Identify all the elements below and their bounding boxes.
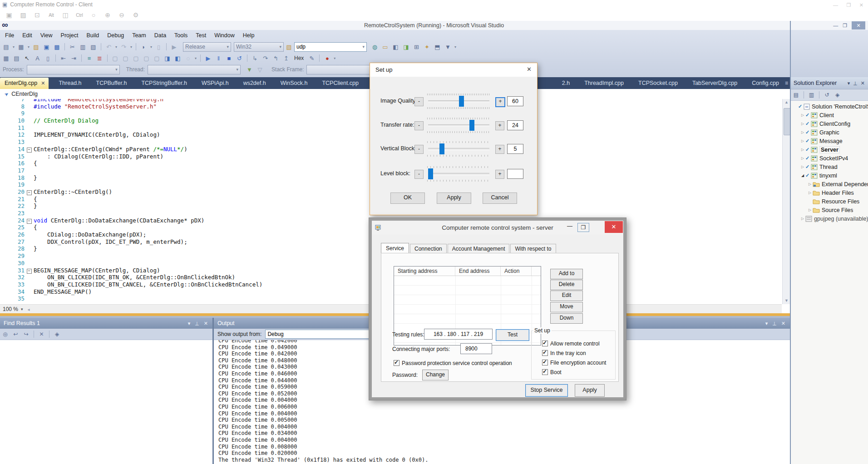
find-8-icon[interactable]: ▼	[444, 44, 452, 50]
box-3-icon[interactable]: ▢	[132, 55, 140, 62]
menu-edit[interactable]: Edit	[18, 30, 36, 40]
debug-continue-icon[interactable]: ▶	[204, 55, 212, 62]
save-icon[interactable]: ▣	[43, 44, 50, 50]
column-header-end-address[interactable]: End address	[455, 267, 501, 276]
menu-view[interactable]: View	[36, 30, 57, 40]
vs-close-button[interactable]: ✕	[852, 21, 865, 30]
breadcrumb[interactable]: CEnterDlg	[11, 91, 38, 97]
change-password-button[interactable]: Change	[422, 370, 449, 380]
zoom-dropdown-icon[interactable]: ▾	[21, 307, 23, 311]
expander-icon[interactable]: ◢	[800, 173, 805, 178]
step-out-icon[interactable]: ↰	[272, 55, 280, 62]
filter-solid-icon[interactable]: ▼	[246, 66, 253, 73]
minimize-button[interactable]: —	[565, 223, 575, 229]
undo-icon[interactable]: ↶	[105, 44, 113, 50]
find-2-icon[interactable]: ▭	[381, 44, 389, 50]
search-icon[interactable]: ○	[90, 11, 97, 19]
fold-collapse-icon[interactable]: −	[27, 269, 32, 274]
menu-project[interactable]: Project	[57, 30, 83, 40]
tree-item-solution-remotectrolsyst[interactable]: ✓∞Solution 'RemoteCtrolSyst	[791, 102, 868, 111]
tree-item-header-files[interactable]: ▷Header Files	[791, 188, 868, 197]
increase-button[interactable]: +	[495, 145, 504, 154]
move-button[interactable]: Move	[550, 302, 583, 312]
tab-TCPBuffer.h[interactable]: TCPBuffer.h	[93, 78, 131, 89]
thread-combo[interactable]: ▾	[148, 65, 241, 74]
menu-data[interactable]: Data	[150, 30, 170, 40]
alt-key-icon[interactable]: Alt	[48, 13, 55, 18]
server-dialog-titlebar[interactable]: Computer remote control system - server …	[372, 221, 623, 235]
list-props-icon[interactable]: ≣	[96, 55, 104, 62]
image-icon[interactable]: ▨	[20, 11, 27, 19]
expander-icon[interactable]: ▷	[800, 165, 805, 169]
tree-item-tinyxml[interactable]: ◢✓tinyxml	[791, 171, 868, 180]
expander-icon[interactable]: ▷	[800, 130, 805, 134]
tab-WSPiApi.h[interactable]: WSPiApi.h	[198, 78, 232, 89]
editor-vertical-scrollbar[interactable]: ▲ ▼	[782, 99, 790, 304]
slider-value[interactable]: 24	[507, 120, 523, 130]
close-icon[interactable]: ✕	[527, 66, 532, 73]
slider[interactable]	[428, 166, 489, 182]
expander-icon[interactable]: ▷	[807, 191, 813, 195]
decrease-button[interactable]: -	[414, 121, 424, 130]
platform-combo[interactable]: Win32▾	[234, 42, 284, 52]
redo-icon[interactable]: ↷	[120, 44, 128, 50]
delete-button[interactable]: Delete	[550, 280, 583, 290]
tab-EnterDlg.cpp[interactable]: EnterDlg.cpp✕	[0, 78, 49, 89]
clear-results-icon[interactable]: ✕	[38, 331, 45, 337]
stop-service-button[interactable]: Stop Service	[525, 384, 568, 397]
vs-restore-button[interactable]: ❐	[843, 23, 847, 29]
decrease-button[interactable]: -	[414, 170, 424, 179]
doc-outline-icon[interactable]: ▯	[44, 55, 52, 62]
menu-test[interactable]: Test	[192, 30, 210, 40]
tree-item-external-dependen[interactable]: ▷External Dependen	[791, 180, 868, 188]
indent-decrease-icon[interactable]: ⇤	[59, 55, 67, 62]
debug-restart-icon[interactable]: ↺	[236, 55, 243, 62]
expand-icon[interactable]: ⊡	[34, 11, 41, 19]
close-icon[interactable]: ✕	[204, 321, 208, 326]
close-icon[interactable]: ✕	[781, 321, 785, 326]
scroll-up-icon[interactable]: ▲	[783, 99, 790, 106]
tree-item-graphic[interactable]: ▷✓Graphic	[791, 128, 868, 137]
server-tab-service[interactable]: Service	[381, 243, 409, 254]
scroll-thumb[interactable]	[784, 108, 790, 135]
tree-item-socketipv4[interactable]: ▷✓SocketIPv4	[791, 154, 868, 163]
select-arrow-icon[interactable]: ↖	[23, 55, 31, 62]
tree-item-message[interactable]: ▷✓Message	[791, 137, 868, 145]
list-members-icon[interactable]: ≡	[85, 55, 93, 62]
tab-ws2def.h[interactable]: ws2def.h	[240, 78, 270, 89]
tab-WinSock.h[interactable]: WinSock.h	[277, 78, 311, 89]
dd-icon[interactable]: ▾	[333, 56, 336, 60]
dd-icon[interactable]: ▾	[114, 45, 118, 49]
box-1-icon[interactable]: ▢	[111, 55, 119, 62]
pin-icon[interactable]: ⊣	[194, 321, 200, 326]
tab-ThreadImpl.cpp[interactable]: ThreadImpl.cpp	[581, 78, 627, 89]
expander-icon[interactable]: ▷	[800, 156, 805, 160]
pin-icon[interactable]: ⊣	[852, 81, 858, 85]
allow-remote-control-checkbox[interactable]: ✓	[542, 341, 548, 346]
cut-icon[interactable]: ✂	[69, 44, 76, 50]
file-encryption-account-checkbox[interactable]: ✓	[542, 360, 548, 365]
tree-item-clientconfig[interactable]: ▷✓ClientConfig	[791, 119, 868, 128]
apply-button[interactable]: Apply	[437, 193, 471, 204]
properties-icon[interactable]: ▤	[792, 92, 800, 98]
configuration-combo[interactable]: Release▾	[183, 42, 231, 52]
tab-Thread.h[interactable]: Thread.h	[55, 78, 85, 89]
run-icon[interactable]: ▶	[170, 44, 178, 50]
chevron-down-icon[interactable]: ▾	[765, 321, 768, 326]
pin-icon[interactable]: ⊣	[771, 321, 777, 326]
save-all-icon[interactable]: ▩	[53, 44, 61, 50]
ctrl-key-icon[interactable]: Ctrl	[76, 13, 83, 18]
fold-collapse-icon[interactable]: −	[27, 148, 32, 153]
client-close-button[interactable]: ✕	[859, 2, 863, 8]
slider-thumb[interactable]	[469, 120, 474, 131]
increase-button[interactable]: +	[495, 121, 504, 130]
comment-icon[interactable]: ◗	[140, 44, 148, 50]
find-7-icon[interactable]: ⬒	[434, 44, 441, 50]
tree-item-thread[interactable]: ▷✓Thread	[791, 163, 868, 171]
password-protection-checkbox[interactable]: ✓	[394, 360, 399, 366]
text-tool-icon[interactable]: A	[34, 55, 41, 62]
dd-icon[interactable]: ▾	[194, 56, 197, 60]
expander-icon[interactable]: ▷	[800, 139, 805, 143]
slider[interactable]	[428, 118, 489, 133]
add-to-button[interactable]: Add to	[550, 269, 583, 279]
